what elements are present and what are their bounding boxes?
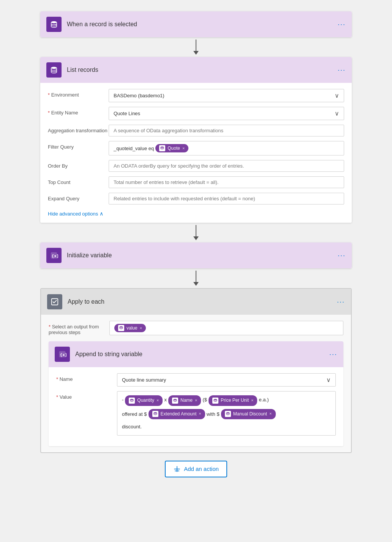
value-token[interactable]: value × [114,324,146,332]
with-text: with $ [207,410,220,418]
small-db-icon-2 [119,326,123,330]
init-variable-icon: {x} [46,248,62,263]
environment-control: BASDemo (basdemo1) ∨ [109,89,344,102]
select-output-control: value × [109,321,343,335]
entity-name-row: * Entity Name Quote Lines ∨ [48,107,344,120]
environment-select[interactable]: BASDemo (basdemo1) ∨ [109,89,344,102]
append-string-title: Append to string variable [75,351,329,358]
name-row: * Name Quote line summary ∨ [56,373,336,387]
top-count-row: Top Count [48,176,344,188]
order-by-row: Order By [48,160,344,172]
list-records-title: List records [67,67,338,73]
apply-each-menu[interactable]: ··· [337,298,345,306]
entity-name-control: Quote Lines ∨ [109,107,344,120]
hide-advanced-link[interactable]: Hide advanced options ∧ [48,211,103,217]
extended-close-icon[interactable]: × [199,410,201,418]
svg-point-12 [154,412,157,414]
filter-query-input[interactable]: _quoteid_value eq Quote [109,141,344,155]
quantity-token[interactable]: Quantity × [125,395,163,406]
price-token-icon [212,398,218,404]
value-token-label: value [126,325,138,331]
top-count-input[interactable] [109,176,344,188]
filter-prefix-text: _quoteid_value eq [114,146,154,151]
name-token-label: Name [180,396,193,405]
manual-discount-label: Manual Discount [233,410,267,418]
price-per-unit-label: Price Per Unit [221,396,249,405]
environment-label: * Environment [48,89,109,98]
apply-each-header: Apply to each ··· [41,289,351,315]
dash-text: - [122,395,123,404]
entity-name-select[interactable]: Quote Lines ∨ [109,107,344,120]
page-wrapper: When a record is selected ··· Li [0,0,392,489]
name-select[interactable]: Quote line summary ∨ [117,373,336,387]
apply-each-inner: {x} Append to string variable ··· * [49,341,343,446]
list-records-icon [46,62,62,78]
arrow-head-2 [193,236,199,240]
manual-discount-token[interactable]: Manual Discount × [221,409,276,420]
quantity-close-icon[interactable]: × [156,397,159,404]
loop-icon [51,298,59,306]
top-count-label: Top Count [48,176,109,185]
name-token-icon [172,398,178,404]
svg-text:{x}: {x} [60,352,66,357]
extended-amount-token[interactable]: Extended Amount × [149,409,205,420]
append-string-body: * Name Quote line summary ∨ [49,367,343,446]
value-close-icon[interactable]: × [140,326,142,330]
extended-amount-label: Extended Amount [161,410,197,418]
list-records-menu[interactable]: ··· [338,66,346,74]
chevron-up-icon: ∧ [100,211,103,217]
trigger-menu[interactable]: ··· [338,21,346,29]
list-records-card: List records ··· * Environment BASDemo (… [40,57,352,223]
svg-point-11 [214,399,217,400]
list-records-body: * Environment BASDemo (basdemo1) ∨ * En [40,83,352,223]
quote-token-label: Quote [168,146,180,151]
init-variable-card: {x} Initialize variable ··· [40,242,352,268]
price-close-icon[interactable]: × [251,397,253,404]
quantity-token-label: Quantity [137,396,154,405]
arrow-2 [193,225,199,240]
chevron-down-icon-3: ∨ [326,376,331,384]
manual-token-icon [225,411,231,417]
expand-query-label: Expand Query [48,193,109,201]
add-action-button[interactable]: Add an action [165,461,227,477]
arrow-head [193,51,199,55]
name-close-icon[interactable]: × [195,397,197,404]
arrow-line-3 [196,271,196,282]
expand-query-control [109,193,344,204]
name-token[interactable]: Name × [168,395,201,406]
chevron-down-icon: ∨ [335,92,339,99]
price-per-unit-token[interactable]: Price Per Unit × [209,395,257,406]
filter-query-control: _quoteid_value eq Quote [109,141,344,155]
manual-close-icon[interactable]: × [269,410,272,418]
quote-token[interactable]: Quote × [155,144,188,152]
trigger-card: When a record is selected ··· [40,11,352,37]
add-action-svg [173,465,181,473]
quantity-icon [129,398,135,404]
ea-text: e.a.) [259,395,269,404]
order-by-input[interactable] [109,160,344,172]
arrow-3 [193,271,199,286]
value-field[interactable]: - [117,391,336,436]
paren-text: ($ [202,395,207,404]
database-icon-2 [50,66,58,74]
flow-container: When a record is selected ··· Li [40,11,352,477]
close-icon[interactable]: × [182,146,185,151]
value-token-icon [118,325,124,331]
value-row: * Value - [56,391,336,436]
aggregation-input[interactable] [109,125,344,136]
offered-text: offered at $ [122,410,147,418]
svg-point-9 [130,399,133,400]
token-db-icon [159,145,165,151]
x-text: x [164,395,167,404]
init-variable-menu[interactable]: ··· [338,252,346,260]
select-output-row: * Select an output from previous steps [49,321,343,335]
expand-query-input[interactable] [109,193,344,204]
filter-query-label: Filter Query [48,141,109,150]
select-output-input[interactable]: value × [109,321,343,335]
extended-token-icon [152,411,158,417]
svg-point-13 [226,412,229,414]
aggregation-control [109,125,344,136]
variable-icon-2: {x} [58,350,66,358]
trigger-card-header: When a record is selected ··· [40,11,352,37]
append-string-menu[interactable]: ··· [329,350,337,358]
